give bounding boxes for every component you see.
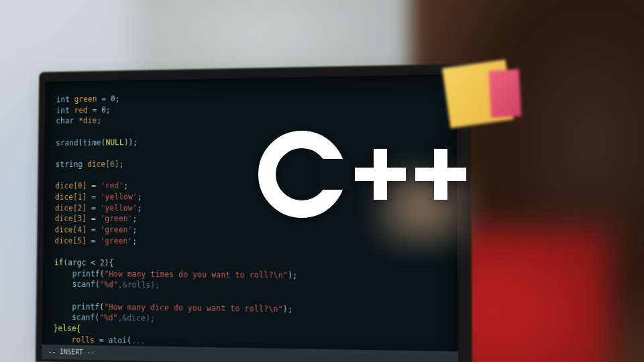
code-token: = 0;: [97, 94, 120, 103]
plus-icon: [355, 149, 406, 200]
code-token: int: [56, 95, 70, 105]
code-token: dice[0]: [55, 182, 87, 191]
vim-mode: -- INSERT --: [48, 348, 95, 357]
sticky-note: [442, 60, 514, 128]
code-token: dice[3]: [55, 215, 87, 224]
code-token: int: [56, 106, 70, 115]
code-token: srand: [56, 138, 78, 147]
code-token: rolls: [72, 335, 95, 345]
cpp-c-letter: [258, 131, 345, 218]
plus-icon: [415, 149, 466, 200]
code-token: printf: [72, 302, 99, 311]
code-token: "How many dice do you want to roll?\n": [104, 302, 283, 314]
code-token: NULL: [105, 137, 123, 147]
code-token: *die: [78, 116, 97, 125]
code-token: dice[5]: [54, 236, 87, 245]
code-token: 'green': [100, 236, 132, 245]
code-token: [6]: [105, 160, 119, 169]
code-token: dice[4]: [55, 225, 87, 235]
code-token: red: [74, 105, 88, 115]
code-token: scanf: [72, 313, 95, 322]
code-token: ,&dice);: [118, 314, 155, 324]
code-token: time: [83, 138, 101, 147]
code-token: dice: [87, 160, 105, 169]
code-token: char: [56, 117, 74, 126]
code-token: 'green': [100, 225, 132, 235]
code-token: "%d": [99, 313, 118, 322]
code-token: 'yellow': [101, 203, 138, 213]
code-token: printf: [72, 269, 100, 278]
code-token: ;: [97, 116, 101, 125]
code-token: "%d": [100, 280, 119, 290]
code-token: ;: [119, 160, 124, 169]
code-token: 'yellow': [101, 192, 138, 202]
code-token: if: [54, 258, 64, 267]
code-token: green: [74, 95, 97, 104]
code-token: ,&rolls);: [118, 280, 160, 290]
code-token: (argc < 2): [63, 258, 109, 267]
code-token: scanf: [72, 280, 95, 290]
code-token: atoi: [108, 335, 127, 345]
code-token: dice[2]: [55, 203, 87, 213]
cpp-logo-overlay: [258, 131, 466, 218]
code-token: 'green': [101, 215, 133, 224]
code-token: "How many times do you want to roll?\n": [105, 269, 288, 280]
code-token: = 0;: [88, 105, 111, 115]
code-token: 'red': [101, 181, 123, 190]
code-token: }else{: [54, 324, 81, 333]
code-token: string: [56, 160, 83, 169]
code-token: dice[1]: [55, 192, 87, 202]
